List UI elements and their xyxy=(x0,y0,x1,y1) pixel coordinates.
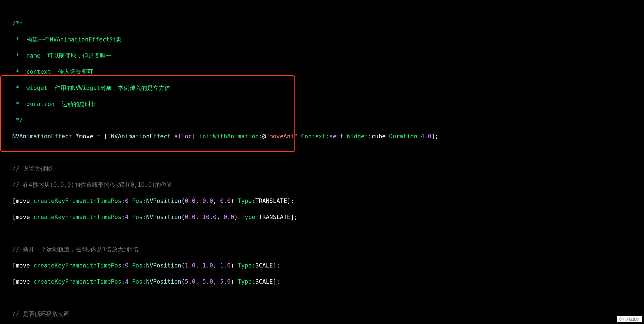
code-block: /** * 构建一个NVAnimationEffect对象 * name 可以随… xyxy=(0,0,644,324)
code-line-init: NVAnimationEffect *move = [[NVAnimationE… xyxy=(12,132,644,141)
doc-comment-line: * context 传入场景即可 xyxy=(12,68,644,76)
comment-line: // 新开一个运动轨道，在4秒内从1倍放大到5倍 xyxy=(12,246,644,254)
blank-line xyxy=(12,149,644,157)
comment-line: // 设置关键帧 xyxy=(12,165,644,173)
doc-comment-line: * widget 作用的NVWidget对象，本例传入的是立方体 xyxy=(12,84,644,92)
watermark-icon: ✕ xyxy=(619,317,624,321)
watermark-badge: ✕ 创新互联 xyxy=(617,316,642,322)
code-line-keyframe: [move createKeyFrameWithTimePos:4 Pos:NV… xyxy=(12,213,644,221)
blank-line xyxy=(12,229,644,237)
watermark-text: 创新互联 xyxy=(625,317,640,321)
code-line-keyframe: [move createKeyFrameWithTimePos:0 Pos:NV… xyxy=(12,197,644,205)
doc-comment-line: */ xyxy=(12,116,644,124)
code-line-keyframe: [move createKeyFrameWithTimePos:4 Pos:NV… xyxy=(12,278,644,286)
blank-line xyxy=(12,294,644,302)
comment-line: // 在4秒内从(0,0,0)的位置线形的移动到(0,10,0)的位置 xyxy=(12,181,644,189)
doc-comment-line: * 构建一个NVAnimationEffect对象 xyxy=(12,36,644,44)
doc-comment-line: * name 可以随便取，但是要唯一 xyxy=(12,52,644,60)
comment-line: // 是否循环播放动画 xyxy=(12,310,644,318)
code-line-keyframe: [move createKeyFrameWithTimePos:0 Pos:NV… xyxy=(12,262,644,270)
doc-comment-line: /** xyxy=(12,19,644,28)
doc-comment-line: * duration 运动的总时长 xyxy=(12,100,644,108)
